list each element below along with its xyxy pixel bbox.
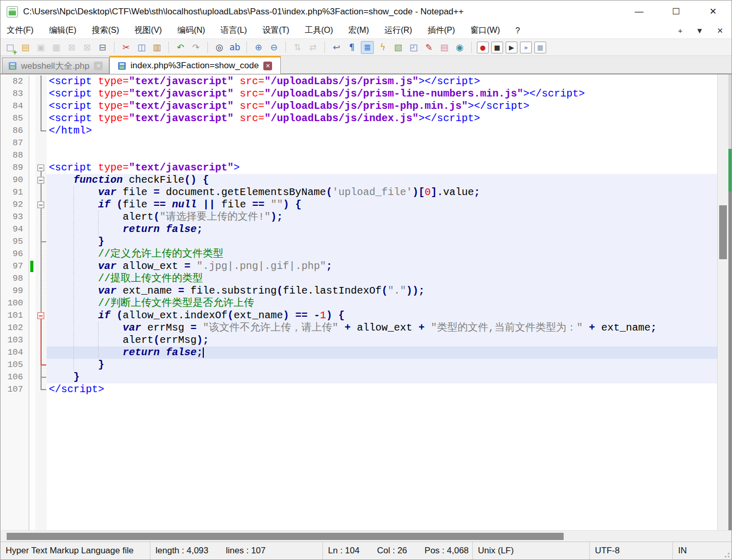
menu-item-file[interactable]: 文件(F)	[7, 25, 33, 36]
horizontal-scrollbar[interactable]	[1, 530, 731, 542]
fold-margin	[35, 334, 47, 346]
copy-icon[interactable]: ◫	[135, 41, 148, 54]
document-map-icon[interactable]: ▧	[392, 41, 404, 54]
code-text[interactable]: }	[47, 371, 717, 383]
replace-icon[interactable]: ab	[228, 41, 241, 54]
code-text[interactable]: <script type="text/javascript" src="/upl…	[47, 100, 717, 112]
line-number: 83	[1, 88, 29, 100]
new-file-icon[interactable]: □+	[4, 41, 16, 54]
macro-save-icon[interactable]: ▦	[534, 42, 546, 53]
code-text[interactable]: //提取上传文件的类型	[47, 273, 717, 285]
shortcut-mapper-icon[interactable]: ϟ	[376, 41, 389, 54]
code-text[interactable]: </script>	[47, 383, 717, 396]
code-text[interactable]: }	[47, 236, 717, 248]
menu-item-encoding[interactable]: 编码(N)	[177, 25, 205, 36]
code-text[interactable]: </html>	[47, 125, 717, 137]
tab-index-show-code[interactable]: index.php%3Faction=show_code ✕	[109, 56, 281, 74]
code-text[interactable]: <script type="text/javascript" src="/upl…	[47, 75, 717, 88]
indent-guide-icon[interactable]: ≣	[361, 41, 374, 54]
menu-item-macro[interactable]: 宏(M)	[349, 25, 369, 36]
window-resize-grip[interactable]	[722, 550, 729, 557]
code-text[interactable]: if (allow_ext.indexOf(ext_name) == -1) {	[47, 310, 717, 322]
code-text[interactable]: var errMsg = "该文件不允许上传，请上传" + allow_ext …	[47, 322, 717, 334]
find-icon[interactable]: ◎	[213, 41, 226, 54]
undo-icon[interactable]: ↶	[174, 41, 187, 54]
line-number: 84	[1, 100, 29, 112]
code-text[interactable]: return false;	[47, 223, 717, 236]
plus-button[interactable]: +	[678, 26, 683, 35]
macro-record-icon[interactable]: ●	[477, 42, 489, 53]
close-button[interactable]: ✕	[695, 1, 731, 23]
folder-as-workspace-icon[interactable]: ▤	[438, 41, 451, 54]
vertical-scrollbar[interactable]	[717, 74, 728, 530]
file-monitoring-icon[interactable]: ◉	[453, 41, 466, 54]
fold-collapse-box[interactable]	[35, 174, 47, 186]
status-col: Col : 26	[377, 546, 407, 556]
tab-close-icon[interactable]: ✕	[94, 62, 103, 70]
open-folder-icon[interactable]: ▤	[19, 41, 32, 54]
print-icon[interactable]: ⊟	[96, 41, 109, 54]
chevron-down-button[interactable]: ▼	[696, 26, 704, 35]
code-text[interactable]: //判断上传文件类型是否允许上传	[47, 297, 717, 310]
menu-item-view[interactable]: 视图(V)	[134, 25, 162, 36]
fold-collapse-box[interactable]	[35, 310, 47, 322]
tab-webshell[interactable]: webshell大全.php ✕	[2, 57, 109, 73]
menu-item-settings[interactable]: 设置(T)	[262, 25, 289, 36]
menu-item-plugins[interactable]: 插件(P)	[428, 25, 455, 36]
maximize-button[interactable]: ☐	[658, 1, 695, 23]
code-text[interactable]: var ext_name = file.substring(file.lastI…	[47, 285, 717, 297]
line-number: 105	[1, 359, 29, 371]
status-eol-format[interactable]: Unix (LF)	[473, 542, 590, 559]
word-wrap-icon[interactable]: ↩	[330, 41, 343, 54]
vertical-scrollbar-thumb[interactable]	[719, 205, 727, 259]
function-list-icon[interactable]: ✎	[422, 41, 435, 54]
code-line-96: 96 //定义允许上传的文件类型	[1, 248, 717, 260]
fold-collapse-box[interactable]	[35, 199, 47, 211]
code-text[interactable]: }	[47, 359, 717, 371]
menu-item-tools[interactable]: 工具(O)	[305, 25, 333, 36]
save-all-icon: ▦	[50, 41, 63, 54]
code-text[interactable]: <script type="text/javascript" src="/upl…	[47, 112, 717, 125]
code-text[interactable]: var file = document.getElementsByName('u…	[47, 186, 717, 199]
code-text[interactable]: <script type="text/javascript" src="/upl…	[47, 88, 717, 100]
paste-icon[interactable]: ▥	[150, 41, 163, 54]
redo-icon[interactable]: ↷	[189, 41, 202, 54]
macro-play-icon[interactable]: ▶	[506, 42, 517, 53]
tab-close-icon[interactable]: ✕	[263, 62, 272, 70]
fold-collapse-box[interactable]	[35, 162, 47, 174]
code-text[interactable]: var allow_ext = ".jpg|.png|.gif|.php";	[47, 260, 717, 273]
macro-run-multiple-icon[interactable]: »	[520, 42, 532, 53]
indent-guide	[73, 223, 74, 236]
code-text[interactable]: function checkFile() {	[47, 174, 717, 186]
marker-margin	[29, 100, 35, 112]
zoom-out-icon[interactable]: ⊖	[267, 41, 280, 54]
menu-item-edit[interactable]: 编辑(E)	[49, 25, 76, 36]
code-text[interactable]: if (file == null || file == "") {	[47, 199, 717, 211]
code-text[interactable]	[47, 149, 717, 162]
horizontal-scrollbar-thumb[interactable]	[7, 533, 564, 540]
document-switcher-icon[interactable]: ◰	[407, 41, 420, 54]
code-text[interactable]: alert("请选择要上传的文件!");	[47, 211, 717, 223]
menu-item-run[interactable]: 运行(R)	[384, 25, 412, 36]
code-text[interactable]: alert(errMsg);	[47, 334, 717, 346]
menu-item-search[interactable]: 搜索(S)	[92, 25, 119, 36]
status-insert-mode[interactable]: IN	[673, 542, 731, 559]
minimize-button[interactable]: —	[621, 1, 658, 23]
menu-item-window[interactable]: 窗口(W)	[470, 25, 500, 36]
code-text[interactable]	[47, 137, 717, 149]
code-text[interactable]: return false;	[47, 346, 717, 359]
tab-label: index.php%3Faction=show_code	[130, 61, 259, 71]
menu-item-language[interactable]: 语言(L)	[221, 25, 247, 36]
zoom-in-icon[interactable]: ⊕	[252, 41, 265, 54]
code-text[interactable]: //定义允许上传的文件类型	[47, 248, 717, 260]
code-line-100: 100 //判断上传文件类型是否允许上传	[1, 297, 717, 310]
status-encoding[interactable]: UTF-8	[590, 542, 673, 559]
macro-stop-icon[interactable]: ■	[491, 42, 503, 53]
close-document-button[interactable]: ✕	[717, 26, 723, 35]
show-all-characters-icon[interactable]: ¶	[345, 41, 358, 54]
empty-editor-space[interactable]	[1, 396, 717, 530]
menu-item-help[interactable]: ?	[515, 26, 520, 35]
code-text[interactable]: <script type="text/javascript">	[47, 162, 717, 174]
code-area[interactable]: 82<script type="text/javascript" src="/u…	[1, 74, 717, 530]
cut-icon[interactable]: ✂	[120, 41, 132, 54]
